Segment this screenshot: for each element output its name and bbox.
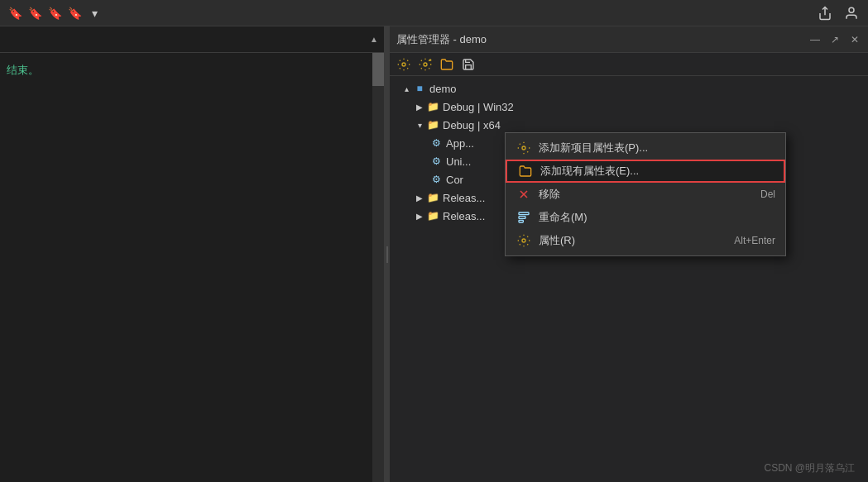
- menu-label-remove: 移除: [539, 187, 744, 202]
- add-settings-button[interactable]: [416, 55, 434, 74]
- menu-label-rename: 重命名(M): [539, 210, 775, 225]
- svg-rect-11: [519, 220, 523, 222]
- tree-label-debug-win32: Debug | Win32: [443, 101, 514, 113]
- tree-label-release2: Releas...: [443, 210, 485, 222]
- settings-button[interactable]: [395, 55, 413, 74]
- menu-icon-remove: [516, 186, 532, 203]
- menu-item-rename[interactable]: 重命名(M): [506, 206, 785, 229]
- svg-rect-10: [519, 217, 525, 219]
- main-layout: ▲ 结束。 属性管理器 - demo — ↗ ✕: [0, 26, 868, 482]
- menu-item-add-existing[interactable]: 添加现有属性表(E)...: [506, 160, 785, 183]
- left-panel-content: 结束。: [0, 53, 384, 482]
- tree-label-cor: Cor: [446, 174, 463, 186]
- panel-title-bar: 属性管理器 - demo — ↗ ✕: [390, 26, 868, 53]
- demo-icon: ■: [413, 82, 426, 95]
- panel-title: 属性管理器 - demo: [396, 32, 802, 47]
- menu-icon-add-existing: [517, 163, 534, 179]
- save-button[interactable]: [459, 55, 477, 74]
- scroll-up-button[interactable]: ▲: [367, 33, 381, 46]
- folder-icon-debug-win32: 📁: [426, 100, 439, 113]
- folder-icon-release2: 📁: [426, 209, 439, 222]
- svg-point-1: [849, 7, 854, 12]
- svg-rect-9: [519, 212, 529, 215]
- tree-item-debug-x64[interactable]: ▾ 📁 Debug | x64: [390, 116, 868, 134]
- tree-arrow-debug-win32: ▶: [413, 100, 426, 113]
- gear-icon-cor: ⚙: [429, 173, 443, 186]
- svg-point-6: [522, 146, 525, 150]
- folder-button[interactable]: [438, 55, 456, 74]
- context-menu: 添加新项目属性表(P)... 添加现有属性表(E)...: [505, 132, 786, 256]
- bookmark-icon-3[interactable]: 🔖: [46, 5, 63, 21]
- user-icon[interactable]: [842, 3, 861, 23]
- gear-icon-app: ⚙: [429, 136, 443, 150]
- menu-label-add-existing: 添加现有属性表(E)...: [540, 164, 774, 179]
- close-button[interactable]: ✕: [848, 33, 861, 46]
- tree-arrow-release2: ▶: [413, 209, 426, 222]
- pin-button[interactable]: —: [808, 33, 822, 46]
- bookmark-icon-4[interactable]: 🔖: [66, 5, 83, 21]
- left-scrollbar[interactable]: [372, 53, 384, 482]
- folder-icon-debug-x64: 📁: [426, 118, 439, 131]
- folder-icon-release1: 📁: [426, 191, 439, 204]
- menu-shortcut-properties: Alt+Enter: [734, 235, 775, 246]
- tree-label-root: demo: [429, 83, 457, 95]
- svg-point-2: [402, 63, 405, 66]
- gear-icon-uni: ⚙: [429, 155, 443, 168]
- toolbar-dropdown[interactable]: ▾: [86, 5, 103, 21]
- menu-shortcut-remove: Del: [760, 189, 775, 200]
- panel-divider-handle: [386, 246, 388, 263]
- menu-label-properties: 属性(R): [539, 233, 717, 248]
- top-toolbar: 🔖 🔖 🔖 🔖 ▾: [0, 0, 868, 26]
- tree-item-debug-win32[interactable]: ▶ 📁 Debug | Win32: [390, 98, 868, 116]
- tree-label-debug-x64: Debug | x64: [443, 119, 501, 131]
- tree-label-uni: Uni...: [446, 155, 471, 168]
- bookmark-toolbar: 🔖 🔖 🔖 🔖 ▾: [7, 5, 103, 21]
- property-toolbar: [390, 53, 868, 76]
- svg-point-3: [424, 63, 427, 66]
- bookmark-icon-1[interactable]: 🔖: [7, 5, 23, 21]
- tree-arrow-root: ▴: [400, 82, 413, 95]
- menu-icon-properties: [516, 232, 532, 249]
- menu-icon-rename: [516, 209, 532, 226]
- tree-arrow-release1: ▶: [413, 191, 426, 204]
- share-icon[interactable]: [815, 3, 835, 23]
- unpin-button[interactable]: ↗: [828, 33, 842, 46]
- right-panel: 属性管理器 - demo — ↗ ✕: [390, 26, 868, 482]
- tree-arrow-debug-x64: ▾: [413, 118, 426, 131]
- tree-item-root[interactable]: ▴ ■ demo: [390, 79, 868, 98]
- tree-label-release1: Releas...: [443, 192, 485, 204]
- left-panel-text: 结束。: [0, 60, 384, 81]
- svg-point-12: [522, 239, 525, 242]
- tree-label-app: App...: [446, 137, 474, 150]
- watermark: CSDN @明月落乌江: [764, 461, 855, 475]
- bookmark-icon-2[interactable]: 🔖: [26, 5, 43, 21]
- menu-label-add-new: 添加新项目属性表(P)...: [539, 141, 775, 155]
- left-panel: ▲ 结束。: [0, 26, 385, 482]
- menu-icon-add-new: [516, 140, 532, 156]
- menu-item-remove[interactable]: 移除 Del: [506, 183, 785, 206]
- left-scrollbar-thumb[interactable]: [372, 53, 384, 86]
- left-panel-header: ▲: [0, 26, 384, 53]
- top-right-icons: [815, 3, 861, 23]
- menu-item-properties[interactable]: 属性(R) Alt+Enter: [506, 229, 785, 252]
- menu-item-add-new[interactable]: 添加新项目属性表(P)...: [506, 136, 785, 160]
